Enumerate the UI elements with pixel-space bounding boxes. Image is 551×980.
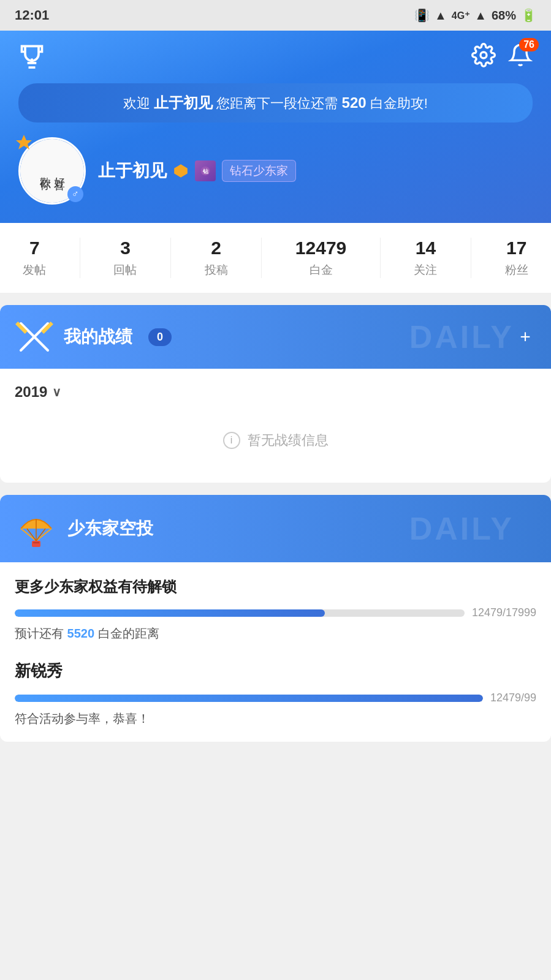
signal-icon: ▲ [435,9,447,23]
welcome-suffix: 白金助攻! [370,96,428,111]
stat-submissions-value: 2 [211,238,221,258]
main-progress-bar-bg [15,609,465,617]
airdrop-header: 少东家空投 DAILY [0,495,551,562]
xinruixiu-progress-row: 12479/99 [15,692,536,704]
header-nav: 76 [18,42,533,71]
gender-icon: ♂ [72,189,79,200]
stat-following-label: 关注 [414,262,437,278]
stat-platinum-label: 白金 [310,262,333,278]
profile-name: 止于初见 [98,159,167,183]
header-icons: 76 [471,43,533,70]
vip-tag: 钻石少东家 [222,160,296,182]
welcome-highlight: 520 [342,94,367,111]
svg-rect-13 [33,542,39,543]
vibrate-icon: 📳 [414,8,430,23]
info-circle-icon: i [223,432,240,449]
xinruixiu-section: 新锐秀 12479/99 符合活动参与率，恭喜！ [15,660,536,727]
xinruixiu-progress-bar-fill [15,695,483,702]
stat-submissions-label: 投稿 [205,262,228,278]
stat-following[interactable]: 14 关注 [414,238,437,278]
stat-posts[interactable]: 7 发帖 [23,238,46,278]
chevron-down-icon: ∨ [52,385,61,399]
rank-badge: 钻 [195,160,216,181]
signal-icon-2: ▲ [474,9,487,23]
diamond-icon [173,163,189,179]
welcome-username: 止于初见 [154,94,213,111]
battle-record-card: 我的战绩 0 DAILY + 2019 ∨ i 暂无战绩信息 [0,305,551,483]
stats-row: 7 发帖 3 回帖 2 投稿 12479 白金 14 关注 17 粉丝 [0,223,551,293]
battle-header-left: 我的战绩 0 [15,317,172,356]
airdrop-body: 更多少东家权益有待解锁 12479/17999 预计还有 5520 白金的距离 … [0,562,551,742]
welcome-text: 欢迎 [123,96,150,111]
notification-badge: 76 [519,38,539,51]
svg-marker-1 [16,135,32,149]
stat-replies-label: 回帖 [113,262,137,278]
status-right: 📳 ▲ 4G⁺ ▲ 68% 🔋 [414,8,536,23]
add-battle-button[interactable]: + [514,326,536,348]
airdrop-title: 少东家空投 [67,517,153,540]
empty-battle-info: i 暂无战绩信息 [15,413,536,468]
welcome-middle: 您距离下一段位还需 [216,96,338,111]
battle-title: 我的战绩 [64,325,132,349]
desc-prefix: 预计还有 [15,627,64,640]
divider-2 [170,238,171,278]
profile-info: 止于初见 钻 钻石少东家 [98,159,296,183]
gender-badge: ♂ [67,186,83,202]
stat-fans-value: 17 [506,238,526,258]
battle-icon [15,317,54,356]
main-progress-label: 12479/17999 [472,606,536,619]
settings-button[interactable] [471,43,496,70]
airdrop-watermark: DAILY [409,510,514,547]
stat-replies-value: 3 [120,238,131,258]
svg-rect-12 [32,541,40,547]
trophy-button[interactable] [18,42,45,71]
unlock-title: 更多少东家权益有待解锁 [15,577,536,597]
battle-count-badge: 0 [148,328,172,346]
divider-3 [261,238,262,278]
stat-posts-label: 发帖 [23,262,46,278]
stat-platinum-value: 12479 [295,238,346,258]
divider-5 [471,238,471,278]
year-value: 2019 [15,383,47,401]
stat-replies[interactable]: 3 回帖 [113,238,137,278]
desc-suffix: 白金的距离 [98,627,159,640]
stat-fans-label: 粉丝 [505,262,528,278]
4g-icon: 4G⁺ [452,10,469,21]
profile-name-row: 止于初见 钻 钻石少东家 [98,159,296,183]
divider-1 [80,238,80,278]
main-progress-desc: 预计还有 5520 白金的距离 [15,625,536,642]
status-bar: 12:01 📳 ▲ 4G⁺ ▲ 68% 🔋 [0,0,551,31]
welcome-banner: 欢迎 止于初见 您距离下一段位还需 520 白金助攻! [18,83,533,123]
xinruixiu-congrats: 符合活动参与率，恭喜！ [15,710,536,727]
desc-highlight: 5520 [67,627,95,640]
stat-following-value: 14 [416,238,436,258]
svg-text:钻: 钻 [202,168,209,175]
main-progress-bar-fill [15,609,325,617]
battery-display: 68% [492,9,516,23]
airdrop-icon [15,507,58,550]
divider-4 [380,238,381,278]
stat-submissions[interactable]: 2 投稿 [205,238,228,278]
svg-point-0 [481,52,487,58]
star-badge-icon [15,134,33,152]
year-selector[interactable]: 2019 ∨ [15,383,536,401]
time-display: 12:01 [15,7,49,23]
svg-marker-2 [174,164,188,178]
battery-icon: 🔋 [521,8,536,23]
notification-button[interactable]: 76 [508,43,533,70]
battle-watermark: DAILY [409,318,514,355]
xinruixiu-title: 新锐秀 [15,660,536,682]
battle-record-header: 我的战绩 0 DAILY + [0,305,551,369]
airdrop-card: 少东家空投 DAILY 更多少东家权益有待解锁 12479/17999 预计还有… [0,495,551,742]
profile-section: 好喜歡你 ♂ 止于初见 钻 钻石少 [18,137,533,223]
header-area: 76 欢迎 止于初见 您距离下一段位还需 520 白金助攻! 好喜歡你 ♂ [0,31,551,223]
avatar-wrapper: 好喜歡你 ♂ [18,137,86,205]
battle-record-body: 2019 ∨ i 暂无战绩信息 [0,369,551,483]
main-progress-row: 12479/17999 [15,606,536,619]
xinruixiu-progress-label: 12479/99 [490,692,536,704]
xinruixiu-progress-bar-bg [15,695,483,702]
stat-fans[interactable]: 17 粉丝 [505,238,528,278]
empty-battle-text: 暂无战绩信息 [248,431,329,450]
stat-posts-value: 7 [29,238,40,258]
stat-platinum[interactable]: 12479 白金 [295,238,346,278]
